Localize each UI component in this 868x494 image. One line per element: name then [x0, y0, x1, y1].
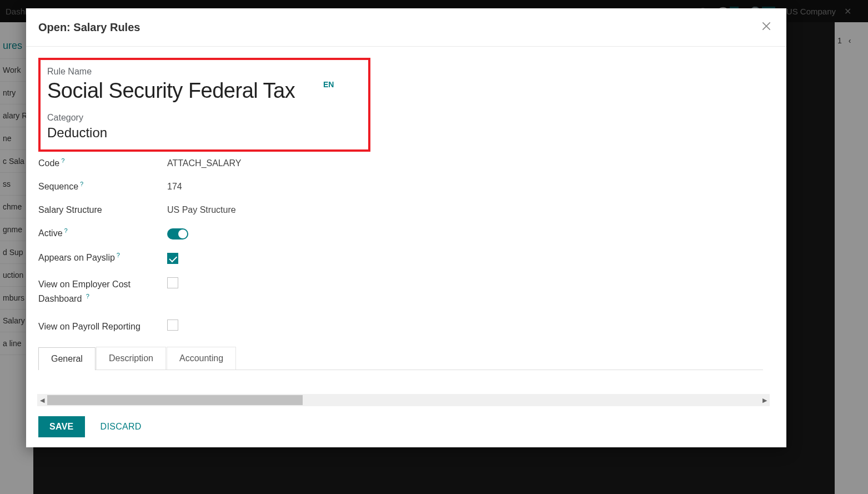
appears-on-payslip-label: Appears on Payslip [38, 253, 115, 263]
close-button[interactable] [759, 18, 774, 36]
salary-structure-label: Salary Structure [38, 205, 102, 215]
help-icon[interactable]: ? [61, 157, 64, 164]
modal-scroll-area[interactable]: Rule Name Social Security Federal Tax EN… [26, 47, 775, 390]
help-icon[interactable]: ? [80, 181, 83, 187]
modal-title: Open: Salary Rules [38, 21, 140, 34]
rule-name-input[interactable]: Social Security Federal Tax [47, 79, 321, 103]
save-button[interactable]: SAVE [38, 416, 85, 437]
modal-header: Open: Salary Rules [26, 8, 786, 47]
salary-structure-input[interactable]: US Pay Structure [167, 205, 763, 215]
sequence-input[interactable]: 174 [167, 182, 763, 192]
view-payroll-reporting-checkbox[interactable] [167, 320, 178, 331]
appears-on-payslip-checkbox[interactable] [167, 253, 178, 264]
sequence-label: Sequence [38, 182, 78, 192]
close-icon [761, 21, 772, 32]
scroll-left-arrow[interactable]: ◀ [37, 397, 47, 404]
code-label: Code [38, 158, 59, 168]
view-employer-cost-checkbox[interactable] [167, 277, 178, 288]
view-employer-cost-label: View on Employer Cost Dashboard [38, 280, 131, 303]
help-icon[interactable]: ? [64, 227, 68, 234]
help-icon[interactable]: ? [117, 252, 120, 258]
category-input[interactable]: Deduction [47, 125, 362, 141]
view-payroll-reporting-label: View on Payroll Reporting [38, 320, 141, 334]
discard-button[interactable]: DISCARD [101, 422, 142, 432]
code-input[interactable]: ATTACH_SALARY [167, 158, 763, 168]
tab-general[interactable]: General [38, 347, 96, 370]
tab-bar: General Description Accounting [38, 347, 763, 370]
modal-footer: SAVE DISCARD [26, 406, 786, 447]
tab-accounting[interactable]: Accounting [167, 347, 236, 370]
salary-rule-modal: Open: Salary Rules Rule Name Social Secu… [26, 8, 786, 447]
active-toggle[interactable] [167, 228, 188, 239]
help-icon[interactable]: ? [86, 293, 89, 300]
scroll-right-arrow[interactable]: ▶ [760, 397, 770, 404]
modal-body: Rule Name Social Security Federal Tax EN… [26, 47, 786, 406]
language-tag[interactable]: EN [323, 80, 334, 89]
category-label: Category [47, 113, 362, 123]
horizontal-scrollbar[interactable]: ◀ ▶ [37, 394, 770, 406]
scrollbar-thumb[interactable] [47, 395, 303, 405]
active-label: Active [38, 228, 63, 238]
highlight-box: Rule Name Social Security Federal Tax EN… [38, 58, 370, 152]
tab-description[interactable]: Description [96, 347, 166, 370]
rule-name-label: Rule Name [47, 67, 362, 77]
